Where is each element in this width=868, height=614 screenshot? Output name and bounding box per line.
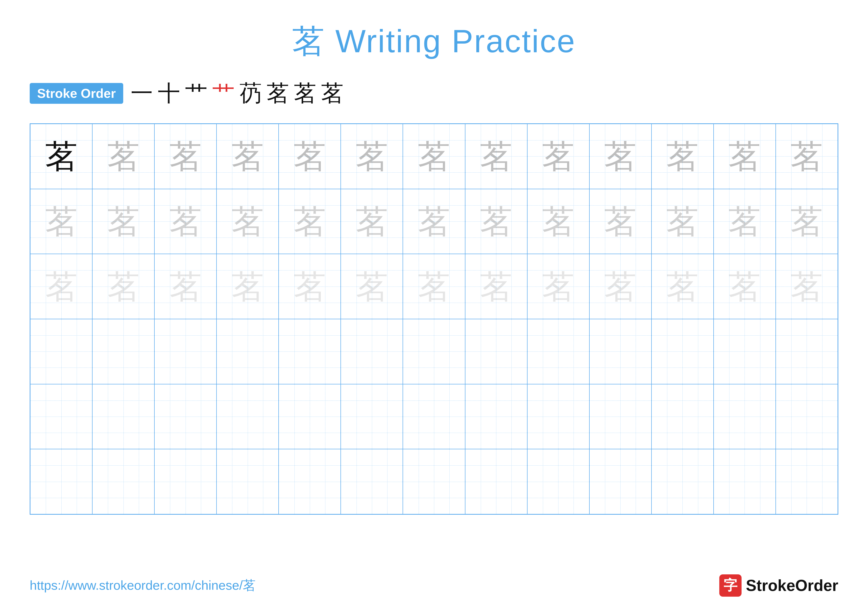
grid-cell[interactable] <box>92 449 154 514</box>
grid-cell[interactable]: 茗 <box>154 254 217 319</box>
grid-cell[interactable] <box>217 319 279 384</box>
stroke-seq-7: 茗 <box>294 78 316 109</box>
grid-cell[interactable]: 茗 <box>714 254 776 319</box>
grid-cell[interactable]: 茗 <box>776 189 838 254</box>
grid-cell[interactable] <box>154 384 217 449</box>
grid-cell[interactable]: 茗 <box>341 124 403 189</box>
footer-url[interactable]: https://www.strokeorder.com/chinese/茗 <box>30 577 256 594</box>
grid-cell[interactable]: 茗 <box>30 254 92 319</box>
stroke-order-row: Stroke Order 一 十 艹 艹 芿 茗 茗 茗 <box>30 78 838 109</box>
practice-char: 茗 <box>542 205 574 238</box>
grid-cell[interactable]: 茗 <box>465 254 527 319</box>
practice-char: 茗 <box>169 205 202 238</box>
grid-cell[interactable] <box>465 449 527 514</box>
page-title: 茗 Writing Practice <box>292 23 576 59</box>
practice-char: 茗 <box>294 205 326 238</box>
grid-cell[interactable] <box>30 384 92 449</box>
grid-cell[interactable]: 茗 <box>154 124 217 189</box>
grid-cell[interactable] <box>341 449 403 514</box>
grid-cell[interactable]: 茗 <box>30 189 92 254</box>
grid-cell[interactable] <box>527 319 589 384</box>
grid-cell[interactable]: 茗 <box>776 254 838 319</box>
grid-cell[interactable] <box>651 384 714 449</box>
grid-cell[interactable]: 茗 <box>527 254 589 319</box>
grid-cell[interactable]: 茗 <box>30 124 92 189</box>
practice-char: 茗 <box>790 140 823 173</box>
grid-cell[interactable] <box>403 449 465 514</box>
grid-cell[interactable] <box>341 319 403 384</box>
grid-cell[interactable] <box>651 449 714 514</box>
grid-cell[interactable] <box>714 384 776 449</box>
practice-char: 茗 <box>790 270 823 303</box>
practice-char: 茗 <box>666 205 699 238</box>
grid-cell[interactable] <box>403 384 465 449</box>
grid-cell[interactable] <box>341 384 403 449</box>
grid-cell[interactable] <box>465 319 527 384</box>
grid-cell[interactable]: 茗 <box>217 189 279 254</box>
grid-cell[interactable] <box>154 319 217 384</box>
practice-char: 茗 <box>356 140 388 173</box>
grid-cell[interactable]: 茗 <box>465 189 527 254</box>
grid-cell[interactable]: 茗 <box>714 124 776 189</box>
practice-char: 茗 <box>666 140 699 173</box>
grid-cell[interactable]: 茗 <box>589 124 651 189</box>
grid-cell[interactable] <box>776 449 838 514</box>
grid-cell[interactable]: 茗 <box>341 254 403 319</box>
grid-cell[interactable]: 茗 <box>279 254 341 319</box>
grid-cell[interactable] <box>279 384 341 449</box>
grid-cell[interactable]: 茗 <box>714 189 776 254</box>
practice-char: 茗 <box>418 140 450 173</box>
grid-cell[interactable] <box>30 449 92 514</box>
grid-cell[interactable]: 茗 <box>154 189 217 254</box>
grid-cell[interactable] <box>589 319 651 384</box>
grid-cell[interactable] <box>217 384 279 449</box>
grid-cell[interactable]: 茗 <box>92 254 154 319</box>
practice-char: 茗 <box>728 140 761 173</box>
grid-cell[interactable] <box>92 384 154 449</box>
grid-cell[interactable]: 茗 <box>217 254 279 319</box>
grid-cell[interactable]: 茗 <box>651 124 714 189</box>
grid-cell[interactable]: 茗 <box>776 124 838 189</box>
grid-cell[interactable] <box>92 319 154 384</box>
grid-cell[interactable]: 茗 <box>217 124 279 189</box>
practice-char: 茗 <box>45 270 78 303</box>
grid-cell[interactable]: 茗 <box>651 254 714 319</box>
practice-grid: 茗茗茗茗茗茗茗茗茗茗茗茗茗茗茗茗茗茗茗茗茗茗茗茗茗茗茗茗茗茗茗茗茗茗茗茗茗茗茗 <box>30 123 838 515</box>
grid-cell[interactable] <box>714 449 776 514</box>
grid-cell[interactable] <box>30 319 92 384</box>
grid-cell[interactable] <box>651 319 714 384</box>
grid-cell[interactable]: 茗 <box>589 254 651 319</box>
grid-cell[interactable]: 茗 <box>527 189 589 254</box>
practice-char: 茗 <box>107 140 140 173</box>
grid-cell[interactable]: 茗 <box>341 189 403 254</box>
grid-cell[interactable]: 茗 <box>527 124 589 189</box>
grid-cell[interactable] <box>403 319 465 384</box>
grid-cell[interactable] <box>279 449 341 514</box>
grid-cell[interactable]: 茗 <box>465 124 527 189</box>
grid-cell[interactable]: 茗 <box>403 254 465 319</box>
grid-cell[interactable] <box>714 319 776 384</box>
grid-cell[interactable] <box>465 384 527 449</box>
title-area: 茗 Writing Practice <box>30 20 838 64</box>
stroke-sequence: 一 十 艹 艹 芿 茗 茗 茗 <box>131 78 343 109</box>
grid-cell[interactable] <box>279 319 341 384</box>
grid-cell[interactable] <box>527 449 589 514</box>
grid-cell[interactable] <box>217 449 279 514</box>
grid-cell[interactable]: 茗 <box>279 124 341 189</box>
grid-cell[interactable] <box>154 449 217 514</box>
grid-cell[interactable]: 茗 <box>651 189 714 254</box>
grid-cell[interactable]: 茗 <box>403 189 465 254</box>
grid-cell[interactable] <box>589 384 651 449</box>
grid-cell[interactable] <box>776 384 838 449</box>
grid-cell[interactable]: 茗 <box>403 124 465 189</box>
practice-char: 茗 <box>480 205 512 238</box>
grid-cell[interactable] <box>776 319 838 384</box>
grid-cell[interactable] <box>589 449 651 514</box>
grid-cell[interactable]: 茗 <box>279 189 341 254</box>
grid-cell[interactable] <box>527 384 589 449</box>
grid-cell[interactable]: 茗 <box>92 124 154 189</box>
grid-cell[interactable]: 茗 <box>92 189 154 254</box>
practice-char: 茗 <box>418 270 450 303</box>
grid-cell[interactable]: 茗 <box>589 189 651 254</box>
practice-char: 茗 <box>169 270 202 303</box>
